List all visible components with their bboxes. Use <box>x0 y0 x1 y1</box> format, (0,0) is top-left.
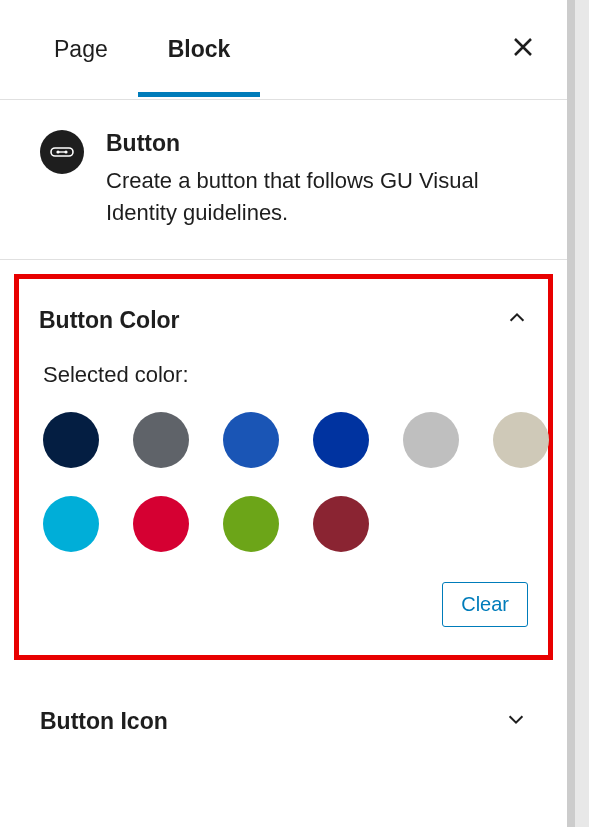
clear-button[interactable]: Clear <box>442 582 528 627</box>
color-swatch[interactable] <box>403 412 459 468</box>
section-title: Button Color <box>39 307 180 334</box>
chevron-down-icon <box>505 708 527 735</box>
block-header: Button Create a button that follows GU V… <box>0 100 567 260</box>
color-swatch[interactable] <box>223 412 279 468</box>
color-swatch[interactable] <box>133 496 189 552</box>
color-swatches <box>39 412 528 552</box>
clear-row: Clear <box>39 582 528 627</box>
color-swatch[interactable] <box>493 412 549 468</box>
color-swatch[interactable] <box>43 496 99 552</box>
section-title: Button Icon <box>40 708 168 735</box>
color-swatch[interactable] <box>223 496 279 552</box>
button-color-toggle[interactable]: Button Color <box>39 299 528 362</box>
settings-panel: Page Block Button Create a button that f… <box>0 0 575 827</box>
color-swatch[interactable] <box>313 496 369 552</box>
chevron-up-icon <box>506 307 528 334</box>
color-swatch[interactable] <box>43 412 99 468</box>
color-swatch[interactable] <box>133 412 189 468</box>
close-icon <box>511 35 535 59</box>
tab-page[interactable]: Page <box>24 2 138 97</box>
selected-color-label: Selected color: <box>39 362 528 388</box>
block-info: Button Create a button that follows GU V… <box>106 130 527 229</box>
close-button[interactable] <box>503 26 543 74</box>
color-swatch[interactable] <box>313 412 369 468</box>
button-block-icon <box>40 130 84 174</box>
button-color-section: Button Color Selected color: Clear <box>14 274 553 660</box>
tab-block[interactable]: Block <box>138 2 261 97</box>
block-description: Create a button that follows GU Visual I… <box>106 165 527 229</box>
block-title: Button <box>106 130 527 157</box>
button-icon-toggle[interactable]: Button Icon <box>0 674 567 769</box>
tabs: Page Block <box>0 0 567 100</box>
